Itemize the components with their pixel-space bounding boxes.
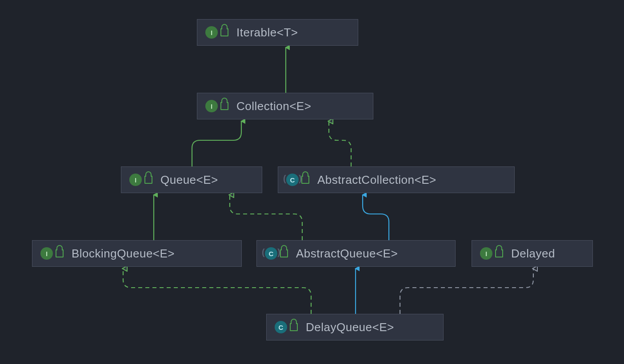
- edge-delayqueue-to-delayed: [400, 269, 533, 314]
- edge-delayqueue-to-blockingqueue: [123, 269, 311, 314]
- node-delayqueue[interactable]: C DelayQueue<E>: [266, 314, 444, 340]
- edge-abstractqueue-to-queue: [230, 195, 302, 240]
- node-abstractcollection[interactable]: C AbstractCollection<E>: [278, 166, 515, 193]
- node-delayed[interactable]: I Delayed: [472, 240, 593, 267]
- node-blockingqueue[interactable]: I BlockingQueue<E>: [32, 240, 242, 267]
- unlock-icon: [220, 28, 228, 36]
- interface-icon: I: [205, 26, 218, 39]
- edge-queue-to-collection: [192, 121, 241, 166]
- unlock-icon: [290, 323, 298, 331]
- abstract-class-icon: C: [286, 174, 299, 186]
- node-collection[interactable]: I Collection<E>: [197, 93, 373, 119]
- class-hierarchy-diagram: I Iterable<T> I Collection<E> I Queue<E>…: [0, 0, 624, 364]
- node-label: BlockingQueue<E>: [72, 247, 175, 261]
- class-icon: C: [275, 321, 287, 333]
- node-queue[interactable]: I Queue<E>: [121, 166, 262, 193]
- unlock-icon: [220, 102, 228, 110]
- interface-icon: I: [40, 247, 53, 260]
- node-label: AbstractQueue<E>: [296, 247, 398, 261]
- node-abstractqueue[interactable]: C AbstractQueue<E>: [256, 240, 456, 267]
- node-label: AbstractCollection<E>: [317, 173, 436, 187]
- unlock-icon: [280, 249, 288, 257]
- unlock-icon: [56, 249, 64, 257]
- node-label: Collection<E>: [236, 99, 311, 113]
- interface-icon: I: [480, 247, 492, 260]
- node-label: Queue<E>: [160, 173, 218, 187]
- unlock-icon: [495, 249, 503, 257]
- edge-abstractcollection-to-collection: [329, 121, 351, 166]
- unlock-icon: [301, 176, 309, 184]
- node-label: Delayed: [511, 247, 555, 261]
- abstract-class-icon: C: [265, 247, 277, 260]
- node-iterable[interactable]: I Iterable<T>: [197, 19, 358, 46]
- unlock-icon: [144, 176, 152, 184]
- interface-icon: I: [205, 100, 218, 112]
- interface-icon: I: [129, 174, 142, 186]
- node-label: Iterable<T>: [236, 26, 298, 40]
- node-label: DelayQueue<E>: [306, 320, 394, 334]
- edge-abstractqueue-to-abstractcollection: [363, 195, 389, 240]
